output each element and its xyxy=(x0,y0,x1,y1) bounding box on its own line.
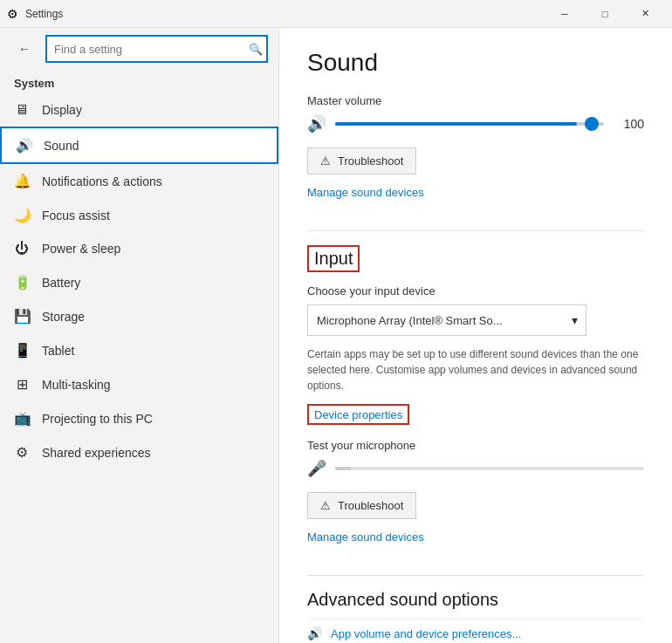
sidebar-item-label-power: Power & sleep xyxy=(42,242,120,256)
mic-bar-fill xyxy=(335,467,351,470)
sidebar-item-label-display: Display xyxy=(42,103,82,117)
sidebar-item-label-tablet: Tablet xyxy=(42,344,74,358)
back-button[interactable]: ← xyxy=(10,35,38,63)
advanced-sound-title: Advanced sound options xyxy=(307,590,644,610)
troubleshoot-label-1: Troubleshoot xyxy=(338,154,403,168)
page-title: Sound xyxy=(307,49,644,77)
sidebar-item-label-projecting: Projecting to this PC xyxy=(42,412,153,426)
sound-icon: 🔊 xyxy=(16,137,31,154)
sidebar: ← 🔍 System 🖥 Display 🔊 Sound 🔔 Notificat… xyxy=(0,28,279,643)
input-device-select[interactable]: Microphone Array (Intel® Smart So... xyxy=(307,304,586,336)
volume-slider[interactable] xyxy=(335,115,604,133)
manage-sound-devices-link-1[interactable]: Manage sound devices xyxy=(307,186,424,199)
troubleshoot-label-2: Troubleshoot xyxy=(338,499,403,512)
volume-value: 100 xyxy=(613,117,644,131)
sidebar-item-sound[interactable]: 🔊 Sound xyxy=(0,127,278,164)
settings-logo-icon: ⚙ xyxy=(7,7,18,21)
sidebar-item-power[interactable]: ⏻ Power & sleep xyxy=(0,232,278,265)
storage-icon: 💾 xyxy=(14,308,30,325)
sidebar-item-label-storage: Storage xyxy=(42,310,85,324)
sidebar-item-label-multitasking: Multi-tasking xyxy=(42,378,111,392)
sidebar-item-label-focus: Focus assist xyxy=(42,209,110,222)
sidebar-item-focus[interactable]: 🌙 Focus assist xyxy=(0,198,278,232)
search-input[interactable] xyxy=(45,35,268,63)
sidebar-item-notifications[interactable]: 🔔 Notifications & actions xyxy=(0,164,278,198)
sidebar-top: ← 🔍 xyxy=(0,28,278,70)
input-section-title: Input xyxy=(314,249,353,269)
power-icon: ⏻ xyxy=(14,241,30,257)
slider-fill xyxy=(335,122,577,126)
sidebar-item-display[interactable]: 🖥 Display xyxy=(0,93,278,127)
app-volume-row: 🔊 App volume and device preferences... xyxy=(307,619,644,643)
sidebar-item-projecting[interactable]: 📺 Projecting to this PC xyxy=(0,401,278,435)
sidebar-item-label-shared: Shared experiences xyxy=(42,446,151,460)
multitasking-icon: ⊞ xyxy=(14,376,30,393)
title-bar-left: ⚙ Settings xyxy=(7,7,63,21)
app-volume-label[interactable]: App volume and device preferences... xyxy=(331,627,521,640)
title-bar-controls: ─ □ ✕ xyxy=(545,0,665,28)
slider-track xyxy=(335,122,604,126)
divider-1 xyxy=(307,230,644,231)
mic-level-bar xyxy=(335,467,644,470)
sidebar-item-label-sound: Sound xyxy=(44,139,79,153)
sidebar-item-tablet[interactable]: 📱 Tablet xyxy=(0,333,278,367)
input-section-header-wrapper: Input xyxy=(307,245,360,272)
focus-icon: 🌙 xyxy=(14,207,30,223)
sidebar-item-label-battery: Battery xyxy=(42,276,80,290)
system-section-title: System xyxy=(0,70,278,93)
search-icon: 🔍 xyxy=(249,43,263,56)
sidebar-item-multitasking[interactable]: ⊞ Multi-tasking xyxy=(0,367,278,401)
mic-icon: 🎤 xyxy=(307,459,326,478)
volume-icon: 🔊 xyxy=(307,114,326,133)
battery-icon: 🔋 xyxy=(14,274,30,291)
sidebar-item-shared[interactable]: ⚙ Shared experiences xyxy=(0,435,278,469)
app-volume-icon: 🔊 xyxy=(307,626,322,640)
device-properties-link[interactable]: Device properties xyxy=(314,408,402,421)
shared-icon: ⚙ xyxy=(14,444,30,461)
notifications-icon: 🔔 xyxy=(14,173,30,189)
input-info-text: Certain apps may be set up to use differ… xyxy=(307,346,644,393)
title-bar: ⚙ Settings ─ □ ✕ xyxy=(0,0,672,28)
sidebar-item-storage[interactable]: 💾 Storage xyxy=(0,299,278,333)
app-container: ← 🔍 System 🖥 Display 🔊 Sound 🔔 Notificat… xyxy=(0,28,672,643)
maximize-button[interactable]: □ xyxy=(585,0,625,28)
divider-2 xyxy=(307,575,644,576)
projecting-icon: 📺 xyxy=(14,410,30,427)
display-icon: 🖥 xyxy=(14,102,30,118)
choose-input-label: Choose your input device xyxy=(307,284,644,298)
search-box: 🔍 xyxy=(45,35,268,63)
input-device-dropdown-wrapper: Microphone Array (Intel® Smart So... xyxy=(307,304,586,336)
volume-row: 🔊 100 xyxy=(307,114,644,133)
test-mic-label: Test your microphone xyxy=(307,439,644,452)
troubleshoot-button-2[interactable]: ⚠ Troubleshoot xyxy=(307,492,416,519)
warning-icon-2: ⚠ xyxy=(320,499,331,512)
mic-test-row: 🎤 xyxy=(307,459,644,478)
master-volume-label: Master volume xyxy=(307,94,644,107)
tablet-icon: 📱 xyxy=(14,342,30,359)
sidebar-item-label-notifications: Notifications & actions xyxy=(42,174,162,188)
title-bar-title: Settings xyxy=(25,8,63,20)
close-button[interactable]: ✕ xyxy=(625,0,665,28)
warning-icon-1: ⚠ xyxy=(320,154,331,168)
troubleshoot-button-1[interactable]: ⚠ Troubleshoot xyxy=(307,147,416,174)
sidebar-item-battery[interactable]: 🔋 Battery xyxy=(0,265,278,299)
manage-sound-devices-link-2[interactable]: Manage sound devices xyxy=(307,530,424,544)
slider-thumb xyxy=(585,117,599,131)
device-properties-link-wrapper: Device properties xyxy=(307,404,409,425)
main-content: Sound Master volume 🔊 100 ⚠ Troubleshoot… xyxy=(279,28,672,643)
minimize-button[interactable]: ─ xyxy=(545,0,585,28)
